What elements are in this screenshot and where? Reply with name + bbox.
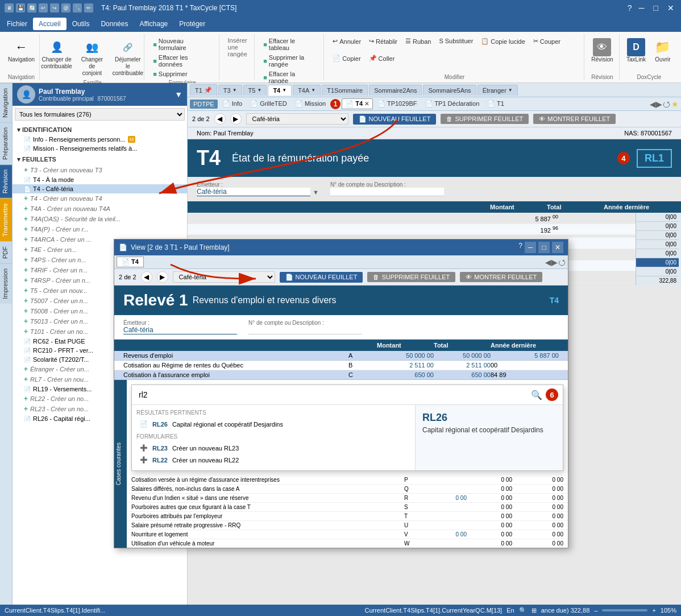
tab-t4[interactable]: T4▼ [268,85,292,96]
overlay-employer-selector[interactable]: Café-téria [173,271,275,283]
tab-sommaire5ans[interactable]: Sommaire5Ans [423,85,476,96]
overlay-tab-t4[interactable]: 📄 T4 [117,257,144,267]
menu-fichier[interactable]: Fichier [1,18,33,30]
overlay-supprimer-label: SUPPRIMER FEUILLET [381,274,450,280]
overlay-maximize-btn[interactable]: □ [538,242,550,253]
copier-btn[interactable]: 📄 Copier [330,53,363,63]
sidebar-tab-revision[interactable]: Révision [0,164,12,198]
menu-affichage[interactable]: Affichage [134,18,173,30]
emetteur-input[interactable] [197,188,310,196]
nouveau-formulaire-btn[interactable]: ■ Nouveau formulaire [150,36,214,52]
sub-tab-t4-active[interactable]: 📄 T4 ✕ [342,98,373,109]
changer-contribuable-btn[interactable]: 👤 Changer decontribuable [40,36,73,72]
no-compte-input[interactable] [330,188,444,196]
couper-btn[interactable]: ✂ Couper [530,36,563,46]
employer-selector[interactable]: Café-téria [246,113,348,125]
search-result-rl26[interactable]: 📄 RL26 Capital régional et coopératif De… [136,418,410,430]
search-input[interactable] [136,389,531,400]
forms-filter-dropdown[interactable]: Tous les formulaires (276) [15,108,185,121]
form-prev-btn[interactable]: ◀ [214,113,226,125]
sidebar-tab-preparation[interactable]: Préparation [0,122,12,164]
sidebar-tab-navigation[interactable]: Navigation [0,83,12,122]
plus-zoom[interactable]: + [652,607,655,614]
minimize-btn[interactable]: ─ [637,3,647,13]
montrer-feuillet-btn[interactable]: 👁 MONTRER FEUILLET [533,114,616,124]
sidebar-tab-impression[interactable]: Impression [0,263,12,304]
sub-tab-tp1decl[interactable]: 📄 TP1 Déclaration [422,99,483,109]
sub-tab-pdtpe[interactable]: PDTPE [190,100,218,109]
nouveau-feuillet-btn[interactable]: 📄 NOUVEAU FEUILLET [353,114,437,125]
changer-conjoint-btn[interactable]: 👥 Changer deconjoint [76,36,108,78]
nav-header-dropdown[interactable]: ▼ [175,90,182,99]
nav-item-t4aoas[interactable]: + T4A(OAS) - Sécurité de la vieil... [13,214,187,224]
overlay-close-btn[interactable]: ✕ [552,242,563,253]
sub-tab-t1[interactable]: 📄 T1 [484,99,508,109]
effacer-tableau-btn[interactable]: ■ Effacer le tableau [260,36,319,52]
supprimer-rangee-btn[interactable]: ■ Supprimer la rangée [260,53,319,69]
tab-t3[interactable]: T3▼ [218,85,242,96]
overlay-nouveau-btn[interactable]: 📄 NOUVEAU FEUILLET [280,272,363,283]
nav-item-t4-creer[interactable]: + T4 - Créer un nouveau T4 [13,193,187,204]
emetteur-dropdown[interactable]: ▼ [313,189,319,196]
tab-t4a[interactable]: T4A▼ [293,85,321,96]
tab-t1sommaire[interactable]: T1Sommaire [322,85,368,96]
search-result-rl23[interactable]: ➕ RL23 Créer un nouveau RL23 [136,442,410,454]
overlay-montrer-btn[interactable]: 👁 MONTRER FEUILLET [460,272,542,282]
taxlink-btn[interactable]: D TaxLink [624,36,649,65]
rl1-emetteur-input[interactable] [123,326,237,334]
coller-btn[interactable]: 📌 Coller [366,53,398,63]
retablir-label: Rétablir [376,38,397,45]
tab-t5[interactable]: T5▼ [243,85,267,96]
substituer-btn[interactable]: S Substituer [436,36,476,46]
tab-etranger[interactable]: Étranger▼ [477,85,518,96]
navigation-button[interactable]: ← Navigation [5,36,38,65]
close-btn[interactable]: ✕ [665,3,676,13]
sub-tab-info[interactable]: 📄 Info [219,99,246,109]
nav-item-t3[interactable]: + T3 - Créer un nouveau T3 [13,165,187,175]
nav-item-t4ap[interactable]: + T4A(P) - Créer un r... [13,224,187,234]
inserer-rangee-btn[interactable]: Insérer unerangée [226,36,250,58]
maximize-btn[interactable]: □ [651,3,661,13]
plus-icon-t5007: + [24,297,28,305]
overlay-prev-btn[interactable]: ◀ [141,271,152,283]
menu-outils[interactable]: Outils [67,18,95,30]
rl1-no-compte-input[interactable] [248,326,362,334]
overlay-help-btn[interactable]: ? [518,242,522,253]
revision-btn[interactable]: 👁 Révision [588,36,616,65]
sidebar-tab-pdf[interactable]: PDF [0,241,12,263]
minus-zoom[interactable]: – [594,607,597,614]
nav-item-info[interactable]: 📄 Info - Renseignements personn... M [13,135,187,144]
tab-t1[interactable]: T1 📌 [190,84,217,96]
sub-tab-tp1029bf[interactable]: 📄 TP1029BF [374,99,420,109]
menu-donnees[interactable]: Données [95,18,134,30]
ruban-btn[interactable]: ☰ Ruban [402,36,434,46]
search-status-icon[interactable]: 🔍 [519,607,527,614]
ouvrir-btn[interactable]: 📁 Ouvrir [651,36,675,65]
sub-tab-grilleted[interactable]: 📄 GrilleTED [247,99,290,109]
effacer-donnees-btn[interactable]: ■ Effacer les données [150,53,214,69]
dejumeler-btn[interactable]: 🔗 Déjumeler lecontribuable [111,36,146,78]
supprimer-btn[interactable]: ■ Supprimer [150,69,214,78]
star-icon[interactable]: ★ [671,100,679,109]
copie-lucide-btn[interactable]: 📋 Copie lucide [478,36,528,46]
sidebar-tab-transmettre[interactable]: Transmettre [0,198,12,241]
overlay-supprimer-btn[interactable]: 🗑 SUPPRIMER FEUILLET [367,272,455,282]
nav-item-mission[interactable]: 📄 Mission - Renseignements relatifs à... [13,144,187,153]
overlay-next-btn[interactable]: ▶ [157,271,168,283]
overlay-minimize-btn[interactable]: ─ [525,242,536,253]
nav-item-t4-cafeteria[interactable]: 📄 T4 - Café-téria [13,184,187,193]
zoom-slider[interactable] [602,609,647,611]
overlay-nav-arrows[interactable]: ◀▶⭯ [545,258,566,267]
nav-arrows[interactable]: ◀▶⭯ [650,100,670,109]
menu-accueil[interactable]: Accueil [33,18,67,30]
nav-item-t4a[interactable]: + T4A - Créer un nouveau T4A [13,204,187,214]
nav-item-t4-amode[interactable]: 📄 T4 - À la mode [13,175,187,184]
annuler-btn[interactable]: ↩ Annuler [330,36,364,46]
menu-proteger[interactable]: Protéger [173,18,211,30]
form-next-btn[interactable]: ▶ [230,113,242,125]
sub-tab-mission[interactable]: 📄 Mission [292,99,329,109]
search-result-rl22[interactable]: ➕ RL22 Créer un nouveau RL22 [136,454,410,466]
tab-sommaire2ans[interactable]: Sommaire2Ans [369,85,422,96]
retablir-btn[interactable]: ↪ Rétablir [366,36,400,46]
supprimer-feuillet-btn[interactable]: 🗑 SUPPRIMER FEUILLET [441,114,529,124]
